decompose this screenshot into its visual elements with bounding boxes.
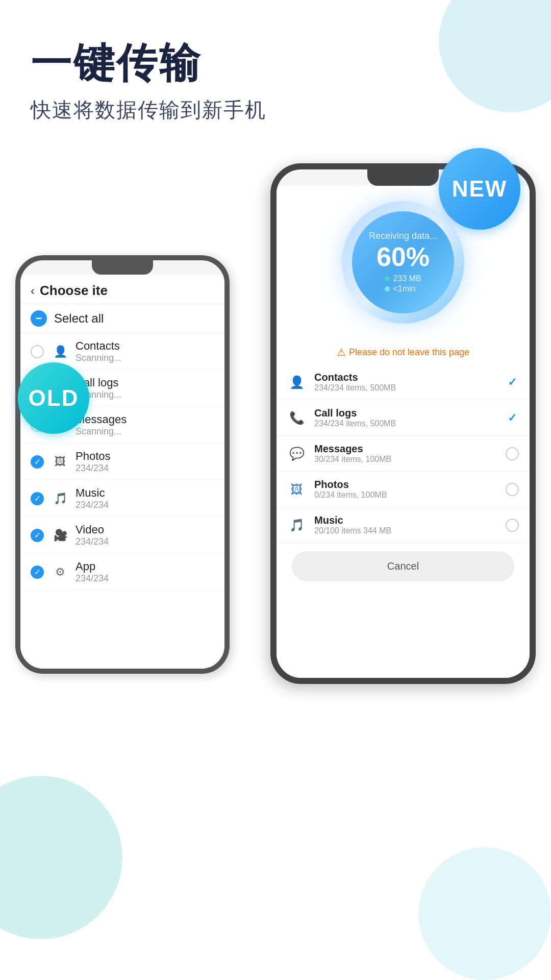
new-item-info: Contacts234/234 items, 500MB [314,372,505,393]
check-empty-circle [506,447,519,460]
old-list-item[interactable]: 🎵Music234/234 [20,480,224,517]
old-item-icon: 👤 [51,342,69,361]
new-item-check[interactable] [505,518,519,532]
old-item-icon: 🎥 [51,526,69,545]
old-item-info: Photos234/234 [76,450,214,474]
new-item-name: Photos [314,479,505,491]
new-item-info: Music20/100 items 344 MB [314,514,505,535]
old-item-name: Photos [76,450,214,463]
old-radio[interactable] [31,529,44,542]
new-item-check[interactable] [505,447,519,461]
old-screen-title: Choose ite [40,283,108,299]
new-item-name: Music [314,514,505,526]
old-item-info: Video234/234 [76,523,214,547]
new-item-info: Call logs234/234 items, 500MB [314,407,505,428]
old-screen-header: ‹ Choose ite [20,275,224,304]
old-item-sub: Scanning... [76,389,214,400]
old-radio[interactable] [31,455,44,469]
dot-green [385,276,390,281]
phone-new-notch [367,169,439,186]
stat-time-row: <1min [385,284,421,293]
new-item-name: Contacts [314,372,505,383]
old-item-info: Music234/234 [76,486,214,510]
old-item-name: Call logs [76,376,214,389]
old-item-info: MessagesScanning... [76,413,214,437]
phone-new-screen: Receiving data... 60% 233 MB <1min [277,186,530,678]
old-radio[interactable] [31,492,44,505]
new-list-item[interactable]: 🖼Photos0/234 items, 100MB [277,472,530,507]
new-item-info: Messages30/234 items, 100MB [314,443,505,464]
old-item-name: Video [76,523,214,536]
old-item-icon: 🎵 [51,489,69,508]
badge-new: NEW [439,148,520,230]
phone-new-volume-button [532,302,536,343]
old-radio[interactable] [31,566,44,579]
old-item-sub: 234/234 [76,500,214,510]
progress-stats: 233 MB <1min [385,274,421,295]
new-list-item[interactable]: 👤Contacts234/234 items, 500MB✓ [277,364,530,400]
new-item-icon: 👤 [287,372,307,393]
new-item-sub: 234/234 items, 500MB [314,383,505,393]
progress-circle-outer: Receiving data... 60% 233 MB <1min [342,201,464,324]
phone-old: ‹ Choose ite Select all 👤ContactsScannin… [15,255,230,674]
new-items-list: 👤Contacts234/234 items, 500MB✓📞Call logs… [277,364,530,543]
old-item-name: Music [76,486,214,500]
old-radio[interactable] [31,345,44,358]
old-item-info: ContactsScanning... [76,339,214,363]
new-list-item[interactable]: 💬Messages30/234 items, 100MB [277,436,530,472]
new-item-check[interactable] [505,482,519,497]
phone-new: Receiving data... 60% 233 MB <1min [270,163,536,684]
new-list-item[interactable]: 🎵Music20/100 items 344 MB [277,507,530,543]
new-item-icon: 💬 [287,444,307,464]
warning-text: Please do not leave this page [349,347,469,358]
header: 一键传输 快速将数据传输到新手机 [31,41,266,124]
new-item-info: Photos0/234 items, 100MB [314,479,505,500]
new-item-name: Messages [314,443,505,455]
new-item-sub: 234/234 items, 500MB [314,419,505,428]
old-list-item[interactable]: ⚙App234/234 [20,554,224,591]
warning-row: ⚠ Please do not leave this page [277,342,530,364]
new-item-icon: 🖼 [287,479,307,500]
old-item-sub: 234/234 [76,536,214,547]
bg-circle-top-right [439,0,551,112]
old-item-icon: ⚙ [51,563,69,581]
phone-new-left-button [270,282,274,317]
stat-time: <1min [393,284,415,293]
old-item-name: Messages [76,413,214,426]
select-all-label: Select all [54,311,104,326]
old-item-info: Call logsScanning... [76,376,214,400]
phones-area: OLD ‹ Choose ite Select all 👤ContactsSca… [0,163,551,980]
progress-percent: 60% [377,243,430,270]
old-list-item[interactable]: 🎥Video234/234 [20,517,224,554]
old-item-name: App [76,560,214,573]
warning-icon: ⚠ [337,346,346,358]
new-item-name: Call logs [314,407,505,419]
new-item-check[interactable]: ✓ [505,411,519,425]
old-item-name: Contacts [76,339,214,353]
phone-new-power-button [532,261,536,292]
old-item-info: App234/234 [76,560,214,584]
new-item-icon: 📞 [287,408,307,428]
new-list-item[interactable]: 📞Call logs234/234 items, 500MB✓ [277,400,530,436]
progress-label: Receiving data... [369,231,437,241]
old-list-item[interactable]: 🖼Photos234/234 [20,444,224,480]
select-all-icon [31,310,47,327]
back-arrow-icon[interactable]: ‹ [31,284,35,298]
new-item-sub: 20/100 items 344 MB [314,526,505,535]
page-subtitle: 快速将数据传输到新手机 [31,96,266,124]
select-all-row[interactable]: Select all [20,304,224,333]
old-item-sub: Scanning... [76,353,214,363]
phone-old-screen: ‹ Choose ite Select all 👤ContactsScannin… [20,275,224,669]
old-item-sub: 234/234 [76,463,214,474]
cancel-button[interactable]: Cancel [292,551,514,581]
phone-old-notch [92,260,153,275]
stat-size: 233 MB [393,274,421,283]
new-item-sub: 0/234 items, 100MB [314,491,505,500]
check-empty-circle [506,519,519,532]
old-item-sub: Scanning... [76,426,214,437]
progress-circle-inner: Receiving data... 60% 233 MB <1min [352,211,454,313]
new-item-check[interactable]: ✓ [505,375,519,389]
dot-cyan [385,286,390,291]
check-blue-icon: ✓ [508,411,517,425]
new-item-sub: 30/234 items, 100MB [314,455,505,464]
